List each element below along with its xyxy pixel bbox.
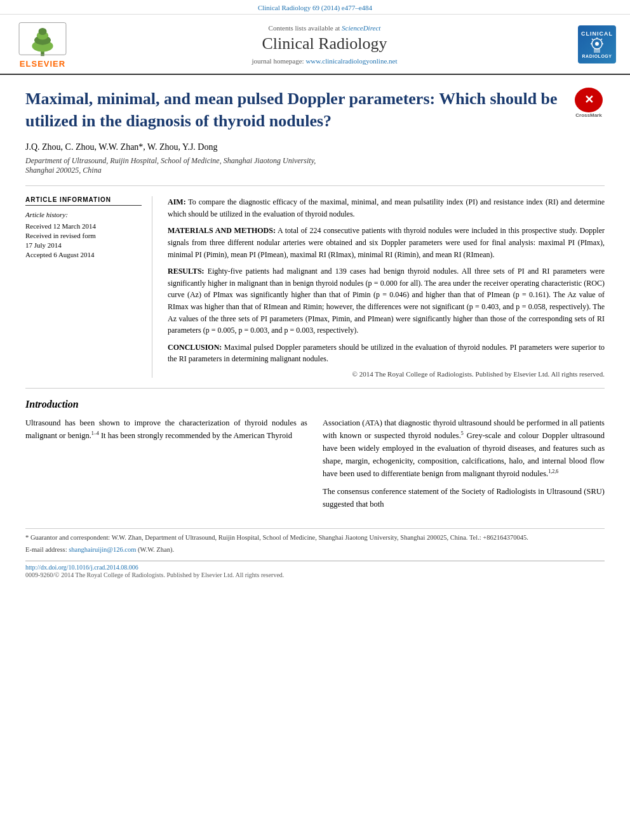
copyright-line: © 2014 The Royal College of Radiologists… [168,370,605,378]
affiliation-line1: Department of Ultrasound, Ruijin Hospita… [25,156,316,165]
bottom-bar: http://dx.doi.org/10.1016/j.crad.2014.08… [25,561,605,578]
intro-left-col: Ultrasound has been shown to improve the… [25,417,307,516]
homepage-url[interactable]: www.clinicalradiologyonline.net [305,57,397,65]
conclusion-text: Maximal pulsed Doppler parameters should… [168,343,605,364]
svg-line-11 [601,39,602,40]
badge-bottom-text: RADIOLOGY [582,54,612,58]
conclusion-label: CONCLUSION: [168,343,222,352]
title-text: Maximal, minimal, and mean pulsed Dopple… [25,90,558,130]
introduction-title: Introduction [25,399,605,410]
article-title: Maximal, minimal, and mean pulsed Dopple… [25,88,605,132]
footnote-star: * Guarantor and correspondent: W.W. Zhan… [25,533,605,543]
sciencedirect-line: Contents lists available at ScienceDirec… [84,24,565,32]
divider-1 [25,185,605,186]
intro-para1-cont: It has been strongly recommended by the … [99,431,292,440]
sciencedirect-link[interactable]: ScienceDirect [342,24,380,32]
main-content: Maximal, minimal, and mean pulsed Dopple… [0,75,630,591]
journal-title: Clinical Radiology [84,34,565,53]
doi-link[interactable]: http://dx.doi.org/10.1016/j.crad.2014.08… [25,564,605,571]
abstract-aim: AIM: To compare the diagnostic efficacy … [168,196,605,220]
introduction-two-col: Ultrasound has been shown to improve the… [25,417,605,516]
badge-image-icon [587,37,607,53]
email-name: (W.W. Zhan). [138,546,174,553]
email-link[interactable]: shanghairuijin@126.com [69,546,136,553]
elsevier-tree-icon [14,20,71,58]
abstract-col: AIM: To compare the diagnostic efficacy … [168,196,605,378]
citation-text: Clinical Radiology 69 (2014) e477–e484 [258,4,372,11]
email-label: E-mail address: [25,546,67,553]
divider-2 [25,388,605,389]
intro-right-col: Association (ATA) that diagnostic thyroi… [323,417,605,516]
abstract-results: RESULTS: Eighty-five patients had malign… [168,265,605,337]
svg-point-7 [595,42,599,46]
badge-top-text: CLINICAL [581,30,613,37]
intro-para-2: Association (ATA) that diagnostic thyroi… [323,417,605,480]
crossmark-icon: ✕ [575,88,603,112]
affiliation: Department of Ultrasound, Ruijin Hospita… [25,156,605,175]
article-info-col: ARTICLE INFORMATION Article history: Rec… [25,196,152,378]
accepted-date: Accepted 6 August 2014 [25,251,142,258]
radiology-badge: CLINICAL RADIOLOGY [578,25,616,63]
svg-point-4 [39,28,47,35]
crossmark-label: CrossMark [575,112,601,119]
revised-label: Received in revised form [25,232,142,239]
abstract-mm: MATERIALS AND METHODS: A total of 224 co… [168,225,605,260]
intro-ref-2b: 1,2,6 [548,469,558,474]
revised-date: 17 July 2014 [25,241,142,249]
article-body-two-col: ARTICLE INFORMATION Article history: Rec… [25,196,605,378]
affiliation-line2: Shanghai 200025, China [25,166,102,175]
homepage-label: journal homepage: [251,57,304,65]
article-history-label: Article history: [25,211,142,218]
contents-text: Contents lists available at [269,24,340,32]
journal-citation: Clinical Radiology 69 (2014) e477–e484 [0,0,630,15]
footnote-area: * Guarantor and correspondent: W.W. Zhan… [25,528,605,555]
svg-rect-13 [594,49,600,53]
received-date: Received 12 March 2014 [25,222,142,230]
mm-label: MATERIALS AND METHODS: [168,226,276,235]
article-info-header: ARTICLE INFORMATION [25,196,142,206]
results-text: Eighty-five patients had malignant and 1… [168,267,605,335]
journal-logo-right: CLINICAL RADIOLOGY [572,25,622,63]
intro-para-3: The consensus conference statement of th… [323,485,605,510]
aim-label: AIM: [168,197,186,206]
intro-ref-1: 1–4 [91,430,99,436]
elsevier-logo: ELSEVIER [8,20,77,69]
footnote-email: E-mail address: shanghairuijin@126.com (… [25,545,605,555]
journal-center-info: Contents lists available at ScienceDirec… [77,24,572,65]
authors-line: J.Q. Zhou, C. Zhou, W.W. Zhan*, W. Zhou,… [25,142,605,152]
svg-line-12 [592,39,593,40]
results-label: RESULTS: [168,267,204,276]
crossmark-badge: ✕ CrossMark [573,88,605,119]
journal-banner: ELSEVIER Contents lists available at Sci… [0,15,630,75]
elsevier-wordmark: ELSEVIER [20,59,65,69]
aim-text: To compare the diagnostic efficacy of th… [168,197,605,218]
journal-homepage: journal homepage: www.clinicalradiologyo… [84,57,565,65]
abstract-conclusion: CONCLUSION: Maximal pulsed Doppler param… [168,342,605,365]
intro-para-1: Ultrasound has been shown to improve the… [25,417,307,442]
issn-line: 0009-9260/© 2014 The Royal College of Ra… [25,571,605,578]
